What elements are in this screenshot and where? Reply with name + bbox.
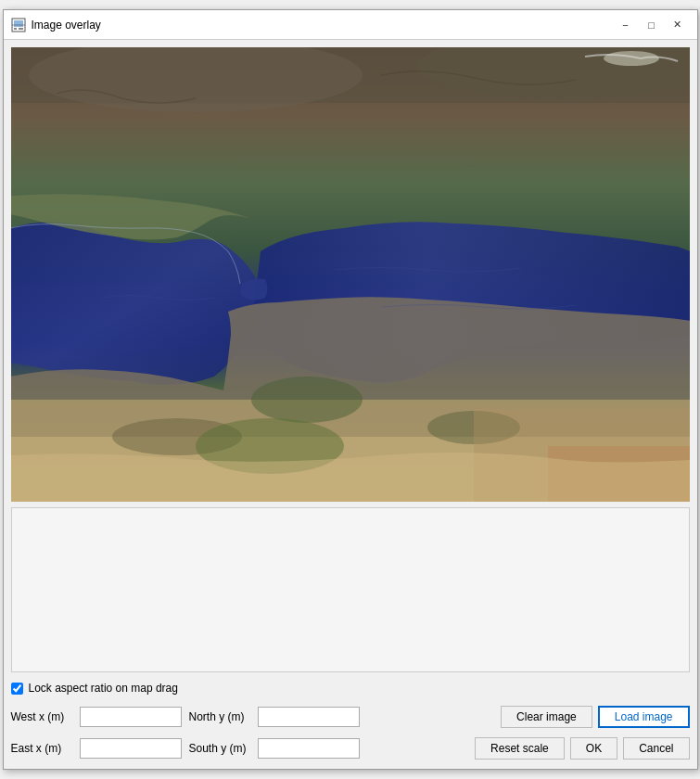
east-x-label: East x (m) (11, 742, 76, 755)
map-image-container (11, 47, 690, 502)
action-buttons-1: Clear image Load image (501, 706, 689, 728)
title-bar: Image overlay − □ ✕ (4, 10, 697, 40)
south-y-label: South y (m) (189, 742, 254, 755)
close-button[interactable]: ✕ (666, 16, 690, 34)
south-y-group: South y (m) (189, 738, 360, 759)
north-y-label: North y (m) (189, 710, 254, 723)
north-y-input[interactable] (258, 707, 360, 727)
reset-scale-button[interactable]: Reset scale (475, 737, 565, 760)
load-image-button[interactable]: Load image (598, 706, 690, 728)
main-window: Image overlay − □ ✕ (3, 9, 698, 770)
content-area: Lock aspect ratio on map drag West x (m)… (4, 40, 697, 769)
lower-panel (11, 507, 690, 672)
ok-button[interactable]: OK (570, 737, 617, 760)
svg-point-14 (604, 51, 659, 66)
svg-point-11 (251, 377, 363, 423)
minimize-button[interactable]: − (614, 16, 638, 34)
clear-image-button[interactable]: Clear image (501, 706, 592, 728)
svg-rect-1 (14, 20, 23, 27)
cancel-button[interactable]: Cancel (623, 737, 689, 760)
svg-rect-4 (19, 28, 23, 30)
window-controls: − □ ✕ (614, 16, 690, 34)
checkbox-row: Lock aspect ratio on map drag (11, 678, 690, 698)
maximize-button[interactable]: □ (640, 16, 664, 34)
action-buttons-2: Reset scale OK Cancel (475, 737, 689, 760)
controls-row-2: East x (m) South y (m) Reset scale OK Ca… (11, 735, 690, 761)
satellite-map (11, 47, 690, 502)
west-x-label: West x (m) (11, 710, 76, 723)
window-icon (11, 18, 26, 32)
window-title: Image overlay (32, 19, 614, 32)
controls-row-1: West x (m) North y (m) Clear image Load … (11, 704, 690, 730)
svg-rect-3 (14, 28, 17, 30)
east-x-group: East x (m) (11, 738, 182, 759)
west-x-input[interactable] (80, 707, 182, 727)
north-y-group: North y (m) (189, 707, 360, 727)
west-x-group: West x (m) (11, 707, 182, 727)
east-x-input[interactable] (80, 738, 182, 759)
lock-aspect-label: Lock aspect ratio on map drag (29, 682, 178, 695)
south-y-input[interactable] (258, 738, 360, 759)
lock-aspect-checkbox[interactable] (11, 683, 23, 695)
